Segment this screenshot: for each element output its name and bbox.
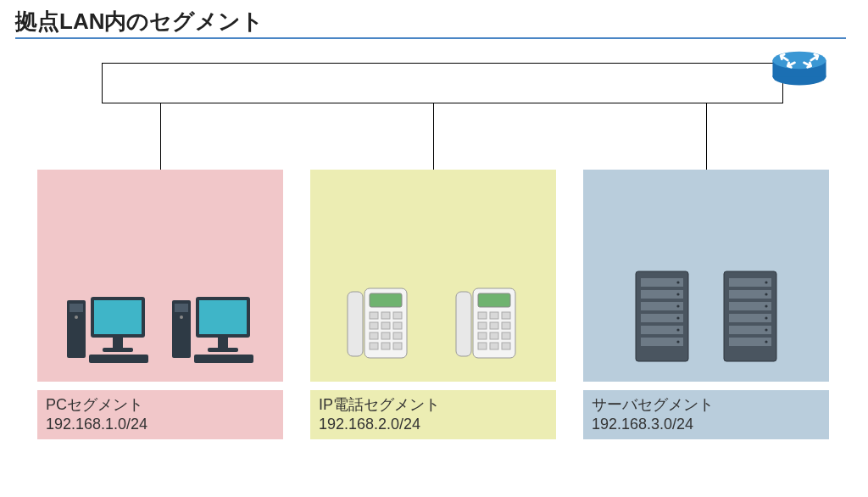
svg-rect-17 <box>208 348 238 352</box>
svg-rect-37 <box>478 312 487 319</box>
svg-point-13 <box>180 316 183 319</box>
drop-line-tel <box>433 103 434 170</box>
svg-rect-7 <box>94 300 142 334</box>
svg-rect-30 <box>393 332 402 339</box>
svg-rect-15 <box>199 300 247 334</box>
segment-pc <box>37 170 283 382</box>
svg-rect-16 <box>218 338 228 348</box>
network-bus <box>102 63 783 103</box>
svg-rect-22 <box>370 312 378 319</box>
svg-point-59 <box>676 316 679 319</box>
svg-rect-4 <box>70 304 83 312</box>
svg-rect-47 <box>490 343 498 349</box>
svg-rect-27 <box>393 322 402 329</box>
svg-point-72 <box>765 316 767 319</box>
svg-rect-44 <box>490 332 498 339</box>
pc-icon <box>170 292 255 371</box>
label-server: サーバセグメント 192.168.3.0/24 <box>583 390 829 439</box>
svg-point-70 <box>765 293 767 295</box>
svg-rect-19 <box>348 292 363 356</box>
svg-rect-10 <box>89 355 148 363</box>
svg-rect-45 <box>502 332 510 339</box>
svg-point-69 <box>765 281 767 283</box>
phone-icon <box>454 285 520 366</box>
svg-rect-9 <box>103 348 133 352</box>
server-icon <box>634 270 690 366</box>
segment-phone <box>310 170 556 382</box>
title-underline <box>15 37 846 39</box>
label-pc: PCセグメント 192.168.1.0/24 <box>37 390 283 439</box>
segment-subnet: 192.168.2.0/24 <box>319 415 548 434</box>
svg-rect-31 <box>370 343 378 349</box>
segment-server <box>583 170 829 382</box>
svg-rect-43 <box>478 332 487 339</box>
diagram-title: 拠点LAN内のセグメント <box>15 7 264 36</box>
svg-point-2 <box>772 52 826 70</box>
svg-rect-39 <box>502 312 510 319</box>
svg-rect-41 <box>490 322 498 329</box>
svg-rect-18 <box>194 355 253 363</box>
segment-name: IP電話セグメント <box>319 395 548 415</box>
drop-line-srv <box>706 103 707 170</box>
svg-point-61 <box>676 340 679 343</box>
svg-rect-29 <box>381 332 390 339</box>
svg-rect-32 <box>381 343 390 349</box>
drop-line-pc <box>160 103 161 170</box>
svg-rect-40 <box>478 322 487 329</box>
svg-rect-38 <box>490 312 498 319</box>
svg-point-60 <box>676 328 679 331</box>
svg-rect-42 <box>502 322 510 329</box>
svg-point-56 <box>676 281 679 283</box>
svg-rect-46 <box>478 343 487 349</box>
svg-rect-48 <box>502 343 510 349</box>
svg-point-73 <box>765 328 767 331</box>
svg-point-58 <box>676 304 679 307</box>
phone-icon <box>346 285 412 366</box>
label-phone: IP電話セグメント 192.168.2.0/24 <box>310 390 556 439</box>
svg-point-71 <box>765 304 767 307</box>
svg-rect-33 <box>393 343 402 349</box>
svg-rect-23 <box>381 312 390 319</box>
svg-rect-21 <box>370 293 402 307</box>
svg-rect-8 <box>113 338 123 348</box>
segment-subnet: 192.168.3.0/24 <box>592 415 821 434</box>
svg-rect-26 <box>381 322 390 329</box>
segment-name: サーバセグメント <box>592 395 821 415</box>
svg-rect-28 <box>370 332 378 339</box>
router-icon <box>770 47 829 88</box>
svg-point-5 <box>75 316 78 319</box>
svg-rect-24 <box>393 312 402 319</box>
svg-rect-25 <box>370 322 378 329</box>
svg-rect-34 <box>456 292 471 356</box>
server-icon <box>722 270 778 366</box>
segment-subnet: 192.168.1.0/24 <box>46 415 275 434</box>
segment-name: PCセグメント <box>46 395 275 415</box>
pc-icon <box>65 292 150 371</box>
svg-point-74 <box>765 340 767 343</box>
svg-point-57 <box>676 293 679 295</box>
svg-rect-12 <box>175 304 188 312</box>
svg-rect-36 <box>478 293 510 307</box>
